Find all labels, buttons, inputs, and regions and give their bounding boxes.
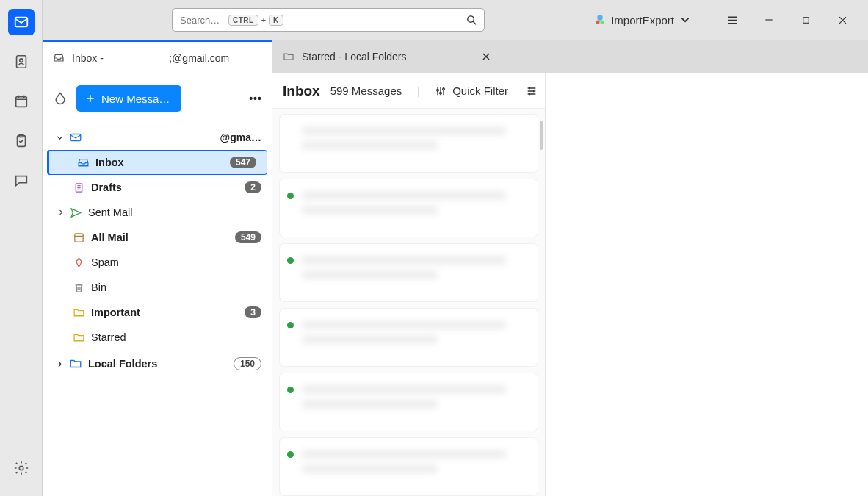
calendar-rail-button[interactable] xyxy=(8,88,35,115)
sent-icon xyxy=(69,206,82,219)
chevron-right-icon xyxy=(56,208,66,217)
minimize-window-button[interactable] xyxy=(751,5,787,35)
quick-filter-button[interactable]: Quick Filter xyxy=(435,85,508,97)
sidebar-item-spam[interactable]: Spam xyxy=(43,250,272,275)
chevron-down-icon xyxy=(679,13,692,26)
more-button[interactable]: ••• xyxy=(247,90,264,107)
list-item[interactable] xyxy=(280,373,538,431)
tabs: Inbox - ;@gmail.com Starred - Local Fold… xyxy=(43,40,868,73)
app-menu-button[interactable] xyxy=(714,5,751,35)
mail-rail-button[interactable] xyxy=(8,9,35,35)
sidebar-item-label: Important xyxy=(91,306,140,318)
count-badge: 3 xyxy=(245,306,261,318)
preview-pane xyxy=(546,73,868,496)
search-icon xyxy=(466,14,478,26)
message-list-pane: Inbox 599 Messages | Quick Filter xyxy=(272,73,546,496)
scrollbar[interactable] xyxy=(540,121,543,150)
sidebar-item-drafts[interactable]: Drafts 2 xyxy=(43,175,272,200)
svg-point-7 xyxy=(597,15,603,21)
sidebar-item-bin[interactable]: Bin xyxy=(43,275,272,300)
svg-rect-3 xyxy=(15,97,26,107)
count-badge: 547 xyxy=(230,157,256,168)
sidebar-item-label: Bin xyxy=(91,281,106,293)
close-icon[interactable] xyxy=(481,51,491,62)
trash-icon xyxy=(72,281,85,294)
unread-dot-icon xyxy=(287,257,294,264)
sidebar-item-label: Inbox xyxy=(95,157,124,168)
count-badge: 2 xyxy=(245,181,261,193)
sidebar-item-label: Local Folders xyxy=(88,358,157,370)
allmail-icon xyxy=(72,231,85,244)
unread-dot-icon xyxy=(287,193,294,199)
list-item[interactable] xyxy=(280,438,538,495)
spam-icon xyxy=(72,256,85,269)
close-window-button[interactable] xyxy=(824,5,861,35)
maximize-window-button[interactable] xyxy=(787,5,824,35)
sidebar-item-sent[interactable]: Sent Mail xyxy=(43,200,272,225)
svg-rect-10 xyxy=(803,17,809,23)
import-export-icon xyxy=(593,13,607,26)
sidebar-item-label: Drafts xyxy=(91,181,122,193)
sidebar-item-inbox[interactable]: Inbox 547 xyxy=(47,150,267,175)
inbox-icon xyxy=(53,52,65,64)
folder-icon xyxy=(69,357,82,370)
sidebar-item-allmail[interactable]: All Mail 549 xyxy=(43,225,272,250)
svg-point-14 xyxy=(437,89,439,91)
collapse-button[interactable] xyxy=(51,90,69,107)
mail-account-icon xyxy=(69,131,82,144)
folder-icon xyxy=(283,51,294,62)
sidebar-item-important[interactable]: Important 3 xyxy=(43,300,272,325)
account-label: @gma… xyxy=(220,132,261,143)
message-count: 599 Messages xyxy=(330,85,402,97)
sidebar-item-label: All Mail xyxy=(91,231,129,243)
svg-point-2 xyxy=(19,59,23,62)
new-message-button[interactable]: New Messa… xyxy=(76,85,181,112)
kbd-ctrl: CTRL xyxy=(228,15,258,26)
tab-inbox-label: Inbox - ;@gmail.com xyxy=(72,52,229,64)
tab-inbox[interactable]: Inbox - ;@gmail.com xyxy=(43,40,272,73)
settings-rail-button[interactable] xyxy=(8,455,35,481)
count-badge: 549 xyxy=(235,231,261,243)
sidebar-item-label: Sent Mail xyxy=(88,206,132,218)
list-item[interactable] xyxy=(280,115,538,172)
layout-button[interactable] xyxy=(526,85,538,97)
svg-point-16 xyxy=(443,88,445,90)
tab-starred-label: Starred - Local Folders xyxy=(302,51,406,62)
list-item[interactable] xyxy=(280,244,538,301)
svg-point-5 xyxy=(19,466,23,470)
new-message-label: New Messa… xyxy=(101,93,170,105)
count-badge: 150 xyxy=(234,357,261,370)
sidebar-item-label: Spam xyxy=(91,256,119,268)
search-input[interactable]: Search… CTRL + K xyxy=(172,8,485,32)
tab-starred[interactable]: Starred - Local Folders xyxy=(272,40,502,73)
svg-point-8 xyxy=(596,20,600,24)
folder-sidebar: New Messa… ••• @gma… xyxy=(43,73,272,496)
inbox-icon xyxy=(76,156,90,169)
chat-rail-button[interactable] xyxy=(8,168,35,194)
contacts-rail-button[interactable] xyxy=(8,48,35,75)
svg-rect-13 xyxy=(74,233,82,241)
svg-point-6 xyxy=(468,15,474,21)
list-item[interactable] xyxy=(280,179,538,237)
message-list[interactable] xyxy=(272,109,545,496)
account-row[interactable]: @gma… xyxy=(43,125,272,150)
sidebar-item-local-folders[interactable]: Local Folders 150 xyxy=(43,351,272,376)
unread-dot-icon xyxy=(287,451,294,458)
chevron-down-icon xyxy=(53,133,66,143)
chevron-right-icon xyxy=(53,359,66,369)
import-export-button[interactable]: ImportExport xyxy=(589,10,696,29)
list-item[interactable] xyxy=(280,309,538,366)
kbd-k: K xyxy=(269,15,283,26)
sidebar-item-starred[interactable]: Starred xyxy=(43,325,272,350)
unread-dot-icon xyxy=(287,387,294,393)
tasks-rail-button[interactable] xyxy=(8,128,35,154)
icon-rail xyxy=(0,0,43,496)
svg-point-9 xyxy=(601,20,604,24)
quick-filter-label: Quick Filter xyxy=(452,85,508,97)
kbd-plus: + xyxy=(261,15,266,24)
sidebar-item-label: Starred xyxy=(91,331,126,343)
folder-icon xyxy=(72,306,85,319)
folder-icon xyxy=(72,331,85,344)
svg-point-15 xyxy=(440,92,442,94)
unread-dot-icon xyxy=(287,322,294,328)
